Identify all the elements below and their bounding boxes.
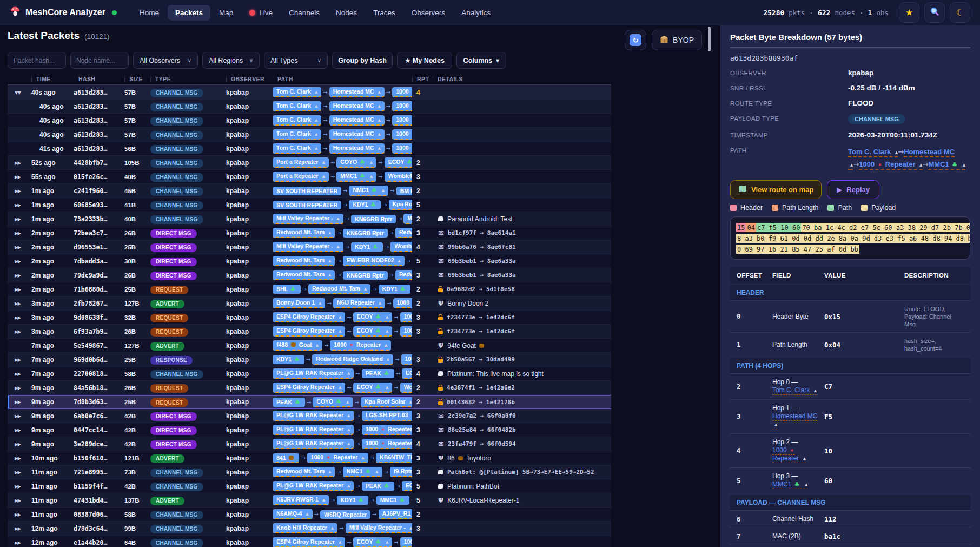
table-row[interactable]: 7m ago5e549867…127BADVERTkpabapf488 Goat… (8, 339, 611, 353)
path-node-chip[interactable]: PL@G 1W RAK Repeater ▲ (273, 425, 354, 435)
path-node-chip[interactable]: Kpa Roof Solar ▲ (361, 397, 412, 407)
path-node-chip[interactable]: Tom C. Clark ▲ (273, 129, 321, 140)
scrollbar-thumb[interactable] (708, 27, 711, 51)
table-row[interactable]: ▶▶7m ago22700818…58BCHANNEL MSGkpabapPL@… (8, 367, 611, 381)
refresh-button[interactable]: ↻ (625, 30, 646, 50)
table-row[interactable]: ▶▶7m ago969d0b6d…25BRESPONSEkpabapKDY1 ♣… (8, 353, 611, 367)
path-node-chip[interactable]: Mill Valley Repeater - ▲ (273, 214, 343, 224)
expand-toggle[interactable]: ▶▶ (8, 245, 31, 250)
expand-toggle[interactable]: ▶▶ (8, 315, 31, 320)
path-node-chip[interactable]: Homestead MC ▲ (329, 87, 385, 97)
hash-cell[interactable]: 22700818… (74, 370, 124, 378)
path-node-chip[interactable]: Redwood Ridge Oakland ▲ (395, 228, 412, 238)
column-header-size[interactable]: SIZE (124, 76, 150, 82)
path-node-chip[interactable]: PL@G 1W RAK Repeater ▲ (273, 411, 354, 421)
path-node-chip[interactable]: WombleRepeater ▲ (390, 242, 412, 252)
expand-toggle[interactable]: ▼▼ (8, 90, 31, 95)
hash-cell[interactable]: 71b6880d… (74, 286, 124, 293)
path-node-chip[interactable]: KDY1 ♣ (273, 355, 304, 364)
nav-item-channels[interactable]: Channels (281, 5, 327, 21)
nav-item-packets[interactable]: Packets (168, 5, 210, 21)
path-node-chip[interactable]: 1000 ✶ Repeater ▲ (392, 129, 412, 140)
path-node-chip[interactable]: KN6GRB Rptr (343, 229, 388, 238)
table-row[interactable]: ▶▶3m ago9d08638f…32BREQUESTkpabapESP4 Gi… (8, 311, 611, 325)
table-row[interactable]: ▼▼40s agoa613d283…57BCHANNEL MSGkpabapTo… (8, 85, 611, 100)
path-node-chip[interactable]: 1000 ✶ Repeater ▲ (392, 87, 412, 97)
column-header-time[interactable]: TIME (31, 76, 74, 82)
nav-item-nodes[interactable]: Nodes (328, 5, 365, 21)
path-node-chip[interactable]: Tom C. Clark ▲ (273, 115, 321, 126)
path-node-chip[interactable]: Redwood Ridge Oakland ▲ (312, 354, 393, 365)
path-node-chip[interactable]: f9-Rptr SJ-Penitencia ▲ (390, 467, 412, 477)
hop-node-link[interactable]: MMC1 ♣ ▲ (772, 480, 807, 489)
table-row[interactable]: ▶▶9m ago84a56b18…26BREQUESTkpabapESP4 Gi… (8, 381, 611, 395)
path-node-chip[interactable]: 1000 ✶ Repeater ▲ (400, 326, 412, 337)
path-node-chip[interactable]: N6IJ Repeater ▲ (333, 298, 385, 308)
path-node-chip[interactable]: ESP4 Gilroy Repeater ▲ (273, 383, 345, 393)
path-node-chip[interactable]: MMC1 ♣ (376, 496, 410, 505)
path-node-chip[interactable]: PEAK ♣ (273, 398, 305, 407)
hash-cell[interactable]: 60685e93… (74, 201, 124, 209)
path-node-chip[interactable]: Kpa Roof Solar ▲ (389, 200, 412, 210)
path-node-chip[interactable]: ECOY ♣ ▲ (353, 312, 393, 322)
path-node-chip[interactable]: Redwood Ridge Oakland ▲ (395, 270, 412, 280)
path-node-chip[interactable]: WombleRepeater ▲ (400, 383, 412, 393)
expand-toggle[interactable]: ▶▶ (8, 399, 31, 405)
table-row[interactable]: ▶▶11m agob1159f4f…42BCHANNEL MSGkpabapPL… (8, 479, 611, 493)
path-node-chip[interactable]: Homestead MC ▲ (329, 129, 385, 140)
path-node-chip[interactable]: Redwood Mt. Tam ▲ (273, 228, 335, 238)
column-header-observer[interactable]: OBSERVER (226, 76, 273, 82)
path-node-chip[interactable]: 1000 ✶ Repeater ▲ (400, 537, 412, 547)
path-node-chip[interactable]: ESP4 Gilroy Repeater ▲ (273, 312, 345, 322)
path-node-chip[interactable]: ECOY ♣ ▲ (402, 481, 412, 491)
path-node-chip[interactable]: Redwood Mt. Tam ▲ (273, 270, 335, 280)
group-by-hash-button[interactable]: Group by Hash (332, 52, 393, 69)
hash-cell[interactable]: 015fe26c… (74, 173, 124, 181)
hash-cell[interactable]: 73a2333b… (74, 215, 124, 223)
path-node-chip[interactable]: Redwood Mt. Tam ▲ (273, 256, 335, 266)
path-node-chip[interactable]: PEAK ♣ (362, 482, 394, 491)
path-node-chip[interactable]: MMC1 ♣ ▲ (336, 172, 376, 182)
table-row[interactable]: ▶▶2m ago72bea3c7…26BDIRECT MSGkpabapRedw… (8, 226, 611, 240)
theme-toggle-button[interactable]: ☾ (950, 2, 970, 23)
hash-cell[interactable]: 721e8995… (74, 469, 124, 476)
path-node-chip[interactable]: LGS-SH-RPT-03 ▲ (362, 411, 412, 421)
path-node-chip[interactable]: Tom C. Clark ▲ (273, 87, 321, 97)
view-route-on-map-button[interactable]: View route on map (730, 180, 822, 199)
hash-cell[interactable]: 5e549867… (74, 342, 124, 350)
table-row[interactable]: ▶▶9m ago3e289dce…42BDIRECT MSGkpabapPL@G… (8, 437, 611, 451)
path-node-chip[interactable]: K6JRV-RWSR-1 ▲ (273, 495, 329, 505)
path-node-chip[interactable]: BM Repeater (396, 187, 412, 195)
table-row[interactable]: 40s agoa613d283…57BCHANNEL MSGkpabapTom … (8, 114, 611, 128)
hash-cell[interactable]: c241f960… (74, 187, 124, 195)
path-node-chip[interactable]: 1000 ✶ Repeater ▲ (393, 298, 412, 308)
hash-cell[interactable]: a613d283… (74, 103, 124, 110)
path-node-chip[interactable]: COYO ♣ ▲ (313, 397, 353, 407)
table-row[interactable]: ▶▶1m ago73a2333b…40BCHANNEL MSGkpabapMil… (8, 212, 611, 226)
path-node-chip[interactable]: 1000 ✶ Repeater ▲ (362, 439, 412, 449)
table-row[interactable]: ▶▶52s ago4428bfb7…105BCHANNEL MSGkpabapP… (8, 156, 611, 170)
path-node-chip[interactable]: MMC1 ♣ ▲ (403, 214, 412, 224)
hop-node-link[interactable]: 1000 ✶ Repeater ▲ (772, 446, 806, 463)
types-select[interactable]: All Types∨ (264, 52, 328, 69)
path-node-chip[interactable]: 841 (273, 453, 299, 463)
table-row[interactable]: ▶▶9m ago0447cc14…42BDIRECT MSGkpabapPL@G… (8, 423, 611, 437)
path-node-chip[interactable]: Tom C. Clark ▲ (273, 143, 321, 154)
hash-cell[interactable]: d96553e1… (74, 243, 124, 251)
hash-cell[interactable]: a613d283… (74, 89, 124, 96)
path-node-chip[interactable]: Homestead MC ▲ (329, 143, 385, 154)
path-node-chip[interactable]: ECOY ♣ ▲ (353, 383, 393, 393)
expand-toggle[interactable]: ▶▶ (8, 202, 31, 208)
expand-toggle[interactable]: ▶▶ (8, 216, 31, 222)
nav-item-map[interactable]: Map (211, 5, 241, 21)
path-node-chip[interactable]: KDY1 ♣ (351, 242, 383, 252)
path-node-chip[interactable]: PL@G 1W RAK Repeater ▲ (273, 368, 354, 379)
path-node-chip[interactable]: KB6NTW_ThePalms ▲ (376, 453, 412, 463)
expand-toggle[interactable]: ▶▶ (8, 413, 31, 419)
columns-button[interactable]: Columns▾ (456, 52, 506, 69)
expand-toggle[interactable]: ▶▶ (8, 470, 31, 475)
hash-cell[interactable]: 6f93a7b9… (74, 328, 124, 335)
table-row[interactable]: ▶▶1m agoc241f960…45BCHANNEL MSGkpabapSV … (8, 184, 611, 198)
hash-cell[interactable]: 7dbadd3a… (74, 258, 124, 265)
table-row[interactable]: ▶▶2m agod96553e1…25BDIRECT MSGkpabapMill… (8, 240, 611, 254)
